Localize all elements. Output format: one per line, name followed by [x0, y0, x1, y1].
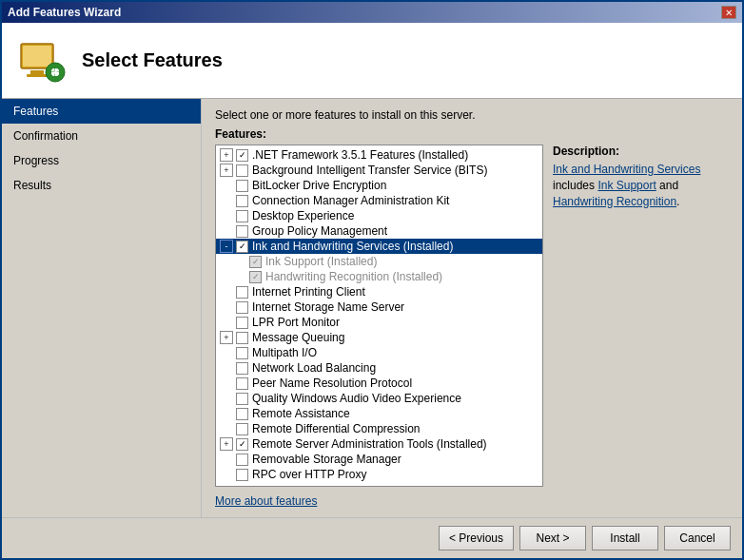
add-features-icon	[17, 36, 67, 86]
install-button[interactable]: Install	[592, 526, 658, 550]
more-link-container: More about features	[215, 494, 729, 508]
content-area: Select one or more features to install o…	[202, 99, 742, 517]
features-label: Features:	[215, 127, 729, 141]
instruction-text: Select one or more features to install o…	[215, 108, 729, 122]
description-panel: Description: Ink and Handwriting Service…	[553, 145, 729, 487]
next-button[interactable]: Next >	[519, 526, 586, 550]
list-item[interactable]: Internet Printing Client	[216, 284, 542, 299]
feature-checkbox[interactable]	[236, 149, 248, 162]
list-item[interactable]: Multipath I/O	[216, 345, 542, 360]
features-list: + .NET Framework 3.5.1 Features (Install…	[216, 145, 542, 484]
feature-checkbox[interactable]	[236, 438, 248, 451]
feature-label: Internet Storage Name Server	[252, 300, 404, 314]
list-item[interactable]: Desktop Experience	[216, 208, 542, 223]
expand-placeholder	[220, 316, 233, 329]
list-item[interactable]: - Ink and Handwriting Services (Installe…	[216, 239, 542, 254]
feature-checkbox[interactable]	[236, 286, 248, 299]
feature-checkbox[interactable]	[236, 241, 248, 253]
window: Add Features Wizard ✕ Select Features	[0, 0, 744, 560]
sidebar-item-confirmation[interactable]: Confirmation	[2, 124, 201, 148]
close-button[interactable]: ✕	[721, 6, 736, 19]
feature-checkbox[interactable]	[236, 377, 248, 390]
expand-placeholder	[220, 453, 233, 466]
list-item[interactable]: LPR Port Monitor	[216, 315, 542, 330]
feature-checkbox[interactable]	[236, 317, 248, 329]
expand-icon[interactable]: +	[220, 437, 233, 451]
ink-handwriting-link[interactable]: Ink and Handwriting Services	[553, 163, 700, 176]
list-item[interactable]: + Background Intelligent Transfer Servic…	[216, 163, 542, 178]
feature-checkbox	[249, 256, 262, 268]
handwriting-recog-link[interactable]: Handwriting Recognition	[553, 195, 676, 208]
sidebar-item-features[interactable]: Features	[2, 99, 201, 124]
expand-placeholder	[220, 422, 233, 435]
list-item[interactable]: Quality Windows Audio Video Experience	[216, 391, 542, 406]
feature-checkbox[interactable]	[236, 362, 248, 375]
sidebar-item-progress[interactable]: Progress	[2, 148, 201, 173]
feature-label: Remote Differential Compression	[252, 422, 421, 435]
list-item[interactable]: Ink Support (Installed)	[216, 254, 542, 269]
expand-placeholder	[233, 270, 246, 283]
feature-checkbox[interactable]	[236, 454, 248, 466]
expand-placeholder	[220, 179, 233, 192]
expand-icon[interactable]: -	[220, 240, 233, 253]
svg-rect-2	[30, 70, 44, 74]
list-item[interactable]: Remote Assistance	[216, 406, 542, 421]
list-item[interactable]: Remote Differential Compression	[216, 421, 542, 436]
expand-placeholder	[233, 255, 246, 268]
cancel-button[interactable]: Cancel	[664, 526, 731, 550]
feature-label: Desktop Experience	[252, 209, 354, 222]
feature-checkbox[interactable]	[236, 180, 248, 192]
expand-icon[interactable]: +	[220, 164, 233, 177]
list-item[interactable]: Peer Name Resolution Protocol	[216, 376, 542, 391]
list-item[interactable]: RPC over HTTP Proxy	[216, 467, 542, 482]
expand-placeholder	[220, 377, 233, 390]
previous-button[interactable]: < Previous	[439, 526, 514, 550]
feature-label: Remote Server Administration Tools (Inst…	[252, 437, 487, 451]
feature-checkbox[interactable]	[236, 408, 248, 420]
expand-placeholder	[220, 392, 233, 405]
feature-checkbox[interactable]	[236, 225, 248, 238]
expand-icon[interactable]: +	[220, 148, 233, 162]
features-list-container[interactable]: + .NET Framework 3.5.1 Features (Install…	[215, 145, 543, 487]
description-label: Description:	[553, 145, 729, 158]
feature-checkbox[interactable]	[236, 393, 248, 405]
list-item[interactable]: Network Load Balancing	[216, 360, 542, 376]
sidebar-item-results[interactable]: Results	[2, 173, 201, 198]
feature-label: Quality Windows Audio Video Experience	[252, 392, 461, 405]
feature-label: Remote Assistance	[252, 407, 350, 420]
expand-placeholder	[220, 468, 233, 481]
feature-checkbox[interactable]	[236, 423, 248, 435]
list-item[interactable]: BitLocker Drive Encryption	[216, 178, 542, 193]
expand-placeholder	[220, 224, 233, 238]
feature-label: Peer Name Resolution Protocol	[252, 377, 412, 390]
list-item[interactable]: Connection Manager Administration Kit	[216, 193, 542, 208]
more-about-features-link[interactable]: More about features	[215, 494, 317, 508]
svg-rect-11	[51, 71, 59, 73]
feature-label: Removable Storage Manager	[252, 453, 401, 466]
main-content: Features Confirmation Progress Results S…	[2, 99, 742, 517]
sidebar: Features Confirmation Progress Results	[2, 99, 202, 517]
list-item[interactable]: + Remote Server Administration Tools (In…	[216, 436, 542, 452]
features-panel: + .NET Framework 3.5.1 Features (Install…	[215, 145, 729, 487]
feature-label: Ink Support (Installed)	[265, 255, 377, 268]
expand-placeholder	[220, 346, 233, 359]
list-item[interactable]: + .NET Framework 3.5.1 Features (Install…	[216, 147, 542, 163]
feature-checkbox[interactable]	[236, 301, 248, 314]
list-item[interactable]: + Message Queuing	[216, 330, 542, 345]
feature-checkbox[interactable]	[236, 347, 248, 359]
svg-rect-3	[27, 74, 48, 77]
list-item[interactable]: Handwriting Recognition (Installed)	[216, 269, 542, 284]
expand-icon[interactable]: +	[220, 331, 233, 344]
feature-checkbox[interactable]	[236, 210, 248, 222]
feature-checkbox[interactable]	[236, 164, 248, 177]
feature-checkbox[interactable]	[236, 469, 248, 481]
feature-checkbox	[249, 271, 262, 283]
list-item[interactable]: Internet Storage Name Server	[216, 299, 542, 315]
feature-checkbox[interactable]	[236, 195, 248, 207]
feature-checkbox[interactable]	[236, 332, 248, 344]
list-item[interactable]: Group Policy Management	[216, 223, 542, 239]
ink-support-link[interactable]: Ink Support	[597, 179, 656, 192]
page-title: Select Features	[82, 49, 223, 71]
feature-label: Internet Printing Client	[252, 285, 365, 299]
list-item[interactable]: Removable Storage Manager	[216, 452, 542, 467]
